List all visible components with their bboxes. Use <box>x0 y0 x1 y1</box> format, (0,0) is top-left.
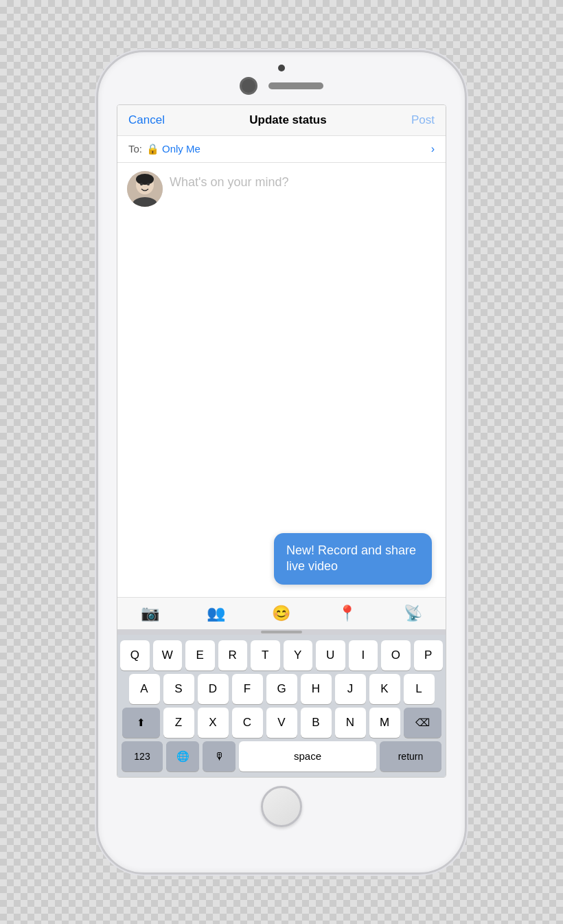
compose-area: What's on your mind? New! Record and sha… <box>117 163 446 597</box>
mic-key[interactable]: 🎙 <box>203 741 235 771</box>
keyboard: Q W E R T Y U I O P A S D F G H J K <box>117 635 446 777</box>
key-n[interactable]: N <box>335 708 366 738</box>
keyboard-row-2: A S D F G H J K L <box>120 674 443 704</box>
key-r[interactable]: R <box>218 640 248 671</box>
phone-screen: Cancel Update status Post To: 🔒 Only Me … <box>117 104 446 778</box>
media-toolbar: 📷 👥 😊 📍 📡 <box>117 597 446 629</box>
phone-frame: Cancel Update status Post To: 🔒 Only Me … <box>96 50 467 875</box>
camera-row <box>240 77 323 95</box>
post-button[interactable]: Post <box>411 113 435 127</box>
emoji-icon[interactable]: 😊 <box>272 605 290 622</box>
page-title: Update status <box>249 113 326 127</box>
key-u[interactable]: U <box>316 640 345 671</box>
key-z[interactable]: Z <box>163 708 194 738</box>
keyboard-row-3: ⬆ Z X C V B N M ⌫ <box>120 708 443 738</box>
key-d[interactable]: D <box>198 674 229 704</box>
tag-people-icon[interactable]: 👥 <box>207 605 225 622</box>
keyboard-separator <box>117 629 446 635</box>
svg-point-2 <box>136 174 154 185</box>
return-key[interactable]: return <box>380 741 441 771</box>
shift-key[interactable]: ⬆ <box>122 708 160 738</box>
key-k[interactable]: K <box>369 674 400 704</box>
nav-bar: Cancel Update status Post <box>117 105 446 136</box>
key-p[interactable]: P <box>414 640 444 671</box>
live-video-icon[interactable]: 📡 <box>404 605 422 622</box>
keyboard-row-1: Q W E R T Y U I O P <box>120 640 443 671</box>
numbers-key[interactable]: 123 <box>122 741 163 771</box>
key-w[interactable]: W <box>153 640 183 671</box>
key-v[interactable]: V <box>266 708 297 738</box>
key-s[interactable]: S <box>163 674 194 704</box>
location-icon[interactable]: 📍 <box>338 605 356 622</box>
key-g[interactable]: G <box>266 674 297 704</box>
key-h[interactable]: H <box>301 674 332 704</box>
lock-icon: 🔒 <box>146 143 159 155</box>
status-input[interactable]: What's on your mind? <box>170 171 436 589</box>
key-t[interactable]: T <box>251 640 280 671</box>
backspace-key[interactable]: ⌫ <box>404 708 441 738</box>
front-camera <box>240 77 257 95</box>
audience-value: Only Me <box>162 143 431 155</box>
avatar <box>127 171 163 207</box>
camera-icon[interactable]: 📷 <box>141 605 159 622</box>
svg-point-3 <box>140 183 143 185</box>
key-b[interactable]: B <box>301 708 332 738</box>
phone-top <box>98 52 465 95</box>
keyboard-row-4: 123 🌐 🎙 space return <box>120 741 443 771</box>
key-o[interactable]: O <box>381 640 411 671</box>
speaker <box>268 82 323 89</box>
key-l[interactable]: L <box>404 674 435 704</box>
key-c[interactable]: C <box>232 708 263 738</box>
key-x[interactable]: X <box>198 708 229 738</box>
key-q[interactable]: Q <box>120 640 150 671</box>
to-label: To: <box>128 143 142 155</box>
globe-key[interactable]: 🌐 <box>166 741 199 771</box>
key-f[interactable]: F <box>232 674 263 704</box>
chevron-right-icon: › <box>431 143 435 155</box>
svg-point-4 <box>147 183 150 185</box>
key-y[interactable]: Y <box>284 640 313 671</box>
home-button[interactable] <box>261 786 302 827</box>
key-a[interactable]: A <box>129 674 160 704</box>
key-j[interactable]: J <box>335 674 366 704</box>
space-key[interactable]: space <box>239 741 376 771</box>
key-i[interactable]: I <box>349 640 378 671</box>
audience-selector[interactable]: To: 🔒 Only Me › <box>117 136 446 163</box>
cancel-button[interactable]: Cancel <box>128 113 165 127</box>
tooltip-bubble: New! Record and share live video <box>274 533 432 585</box>
key-e[interactable]: E <box>185 640 215 671</box>
camera-dot <box>278 65 285 71</box>
home-button-area <box>98 778 465 840</box>
key-m[interactable]: M <box>369 708 400 738</box>
keyboard-handle <box>261 631 302 633</box>
